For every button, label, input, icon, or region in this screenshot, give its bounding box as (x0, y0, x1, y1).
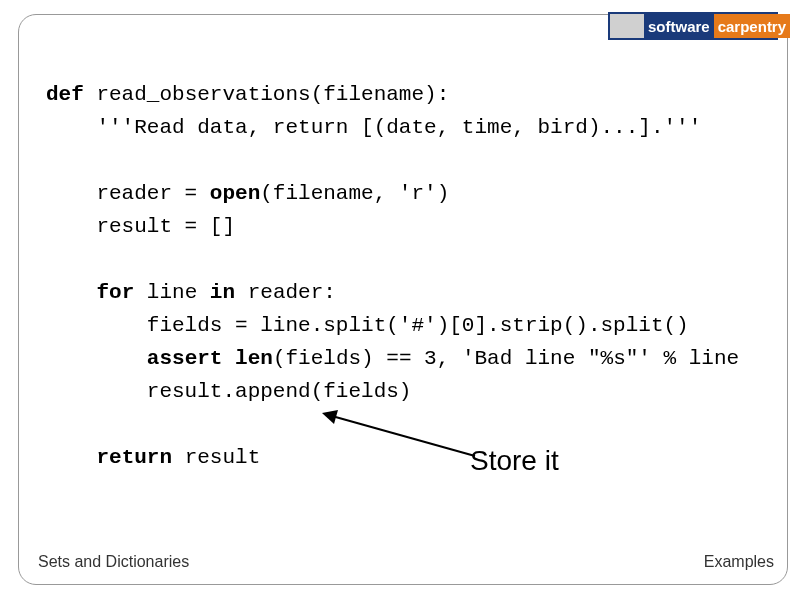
code-text: '''Read data, return [(date, time, bird)… (46, 116, 701, 139)
kw-def: def (46, 83, 84, 106)
code-text: line (134, 281, 210, 304)
kw-assert: assert (147, 347, 223, 370)
code-text: fields = line.split('#')[0].strip().spli… (46, 314, 689, 337)
logo-text-carpentry: carpentry (714, 14, 790, 38)
code-text: result = [] (46, 215, 235, 238)
kw-return: return (96, 446, 172, 469)
code-text (46, 347, 147, 370)
kw-len: len (235, 347, 273, 370)
code-text (46, 281, 96, 304)
logo-software-carpentry: software carpentry (608, 12, 778, 40)
footer-left: Sets and Dictionaries (38, 553, 189, 571)
code-block: def read_observations(filename): '''Read… (46, 78, 788, 474)
logo-tagline (610, 14, 644, 38)
code-text: read_observations(filename): (84, 83, 449, 106)
code-text: reader = (46, 182, 210, 205)
code-text (46, 446, 96, 469)
kw-open: open (210, 182, 260, 205)
code-text: (filename, 'r') (260, 182, 449, 205)
footer-right: Examples (704, 553, 774, 571)
kw-in: in (210, 281, 235, 304)
kw-for: for (96, 281, 134, 304)
code-text (222, 347, 235, 370)
code-text: result.append(fields) (46, 380, 411, 403)
code-text: result (172, 446, 260, 469)
logo-text-software: software (644, 14, 714, 38)
annotation-text: Store it (470, 445, 559, 477)
code-text: (fields) == 3, 'Bad line "%s"' % line (273, 347, 739, 370)
code-text: reader: (235, 281, 336, 304)
